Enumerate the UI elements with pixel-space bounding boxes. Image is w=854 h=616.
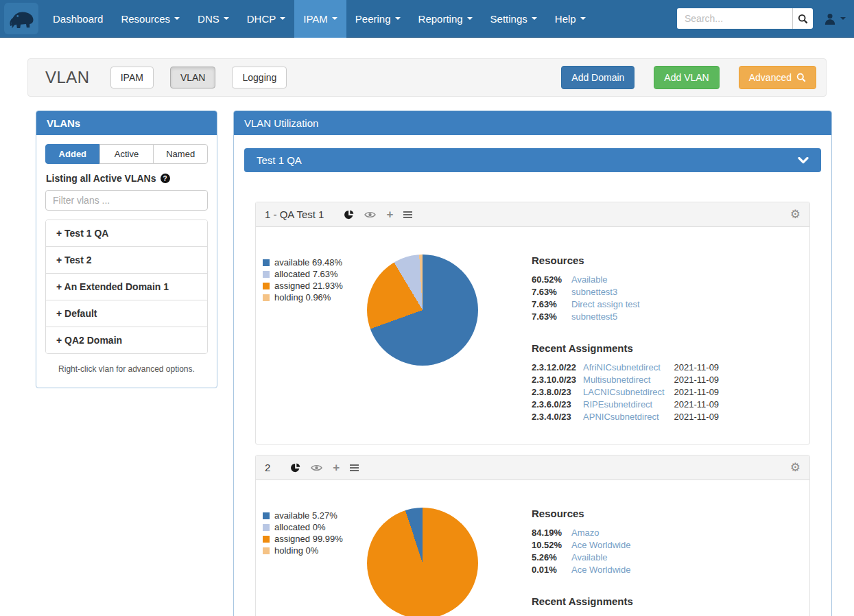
content-row: VLANs AddedActiveNamed Listing all Activ… bbox=[36, 110, 816, 616]
gear-icon[interactable]: ⚙ bbox=[790, 462, 800, 473]
menu-bars-icon[interactable] bbox=[350, 464, 359, 471]
legend-row: holding 0% bbox=[263, 545, 367, 556]
legend-row: allocated 7.63% bbox=[263, 269, 367, 279]
add-vlan-button[interactable]: Add VLAN bbox=[654, 66, 719, 89]
nav-item-label: Settings bbox=[490, 13, 527, 25]
vlan-list-item-test-2[interactable]: + Test 2 bbox=[46, 246, 207, 273]
legend-row: available 5.27% bbox=[263, 510, 367, 521]
legend-label: allocated 0% bbox=[274, 522, 325, 532]
menu-bars-icon[interactable] bbox=[403, 211, 412, 218]
eye-icon[interactable] bbox=[364, 211, 376, 219]
eye-icon[interactable] bbox=[311, 464, 322, 472]
help-icon[interactable]: ? bbox=[161, 174, 170, 183]
assignment-cidr: 2.3.12.0/22 bbox=[532, 362, 583, 374]
assignment-cidr: 2.3.8.0/23 bbox=[532, 386, 583, 399]
nav-item-label: Dashboard bbox=[53, 13, 103, 25]
nav-item-peering[interactable]: Peering bbox=[346, 0, 410, 38]
sidebar-tab-active[interactable]: Active bbox=[99, 144, 154, 164]
assignment-link[interactable]: Multisubnetdirect bbox=[583, 375, 650, 385]
gear-icon[interactable]: ⚙ bbox=[790, 209, 800, 220]
legend-swatch-available bbox=[263, 512, 270, 519]
legend-label: available 5.27% bbox=[274, 510, 337, 521]
box-info: Resources84.19%Amazo10.52%Ace Worldwide5… bbox=[532, 508, 803, 616]
legend-row: assigned 99.99% bbox=[263, 534, 367, 544]
resource-pct: 5.26% bbox=[532, 552, 571, 564]
nav-item-dns[interactable]: DNS bbox=[189, 0, 238, 38]
resource-row: 7.63%Direct assign test bbox=[532, 298, 640, 311]
legend-swatch-assigned bbox=[263, 536, 270, 543]
tab-logging[interactable]: Logging bbox=[232, 67, 287, 88]
nav-item-help[interactable]: Help bbox=[546, 0, 595, 38]
nav-item-label: Resources bbox=[121, 13, 170, 25]
nav-item-resources[interactable]: Resources bbox=[112, 0, 189, 38]
assignment-cidr: 2.3.10.0/23 bbox=[532, 374, 583, 386]
pie-chart-icon[interactable] bbox=[291, 463, 300, 473]
assignment-link[interactable]: RIPEsubnetdirect bbox=[583, 399, 652, 410]
resource-pct: 7.63% bbox=[532, 286, 571, 298]
plus-icon[interactable]: + bbox=[333, 462, 340, 473]
resources-heading: Resources bbox=[532, 508, 803, 519]
nav-item-dashboard[interactable]: Dashboard bbox=[44, 0, 112, 38]
vlan-group-bar[interactable]: Test 1 QA bbox=[244, 148, 821, 172]
sidebar-tab-named[interactable]: Named bbox=[153, 144, 208, 164]
listing-label: Listing all Active VLANs ? bbox=[46, 173, 207, 184]
tab-ipam[interactable]: IPAM bbox=[110, 67, 154, 88]
resource-link[interactable]: Available bbox=[571, 552, 608, 562]
resource-link[interactable]: Amazo bbox=[571, 528, 599, 538]
nav-item-reporting[interactable]: Reporting bbox=[410, 0, 482, 38]
mammoth-logo-icon bbox=[7, 6, 36, 31]
assignment-link[interactable]: APNICsubnetdirect bbox=[583, 412, 659, 422]
assignment-link[interactable]: LACNICsubnetdirect bbox=[583, 387, 665, 397]
box-body: available 5.27%allocated 0%assigned 99.9… bbox=[256, 480, 809, 616]
nav-item-label: DHCP bbox=[247, 13, 276, 25]
resource-row: 7.63%subnettest3 bbox=[532, 286, 640, 298]
box-header: 1 - QA Test 1+⚙ bbox=[256, 202, 809, 227]
page: DashboardResourcesDNSDHCPIPAMPeeringRepo… bbox=[0, 0, 854, 616]
caret-down-icon bbox=[840, 17, 846, 20]
resource-link[interactable]: Available bbox=[571, 274, 608, 285]
assignment-row: 2.3.6.0/23RIPEsubnetdirect2021-11-09 bbox=[532, 399, 719, 411]
assignment-row: 2.3.10.0/23Multisubnetdirect2021-11-09 bbox=[532, 374, 719, 386]
search-icon bbox=[796, 73, 806, 82]
assignment-cidr: 2.3.6.0/23 bbox=[532, 399, 583, 411]
resource-row: 7.63%subnettest5 bbox=[532, 311, 640, 323]
assignment-link[interactable]: AfriNICsubnetdirect bbox=[583, 362, 661, 372]
vlan-filter-input[interactable] bbox=[45, 190, 208, 211]
advanced-button[interactable]: Advanced bbox=[739, 66, 816, 89]
resource-pct: 0.01% bbox=[532, 564, 571, 576]
nav-item-settings[interactable]: Settings bbox=[482, 0, 546, 38]
vlan-list-item-test-1-qa[interactable]: + Test 1 QA bbox=[46, 220, 207, 246]
resource-pct: 84.19% bbox=[532, 527, 571, 539]
search-input[interactable] bbox=[677, 8, 792, 29]
vlan-list-item-qa2-domain[interactable]: + QA2 Domain bbox=[46, 327, 207, 353]
resource-link[interactable]: subnettest5 bbox=[571, 311, 617, 322]
resource-pct: 7.63% bbox=[532, 311, 571, 323]
sidebar-tab-added[interactable]: Added bbox=[45, 144, 100, 164]
search-button[interactable] bbox=[792, 8, 813, 29]
legend-row: assigned 21.93% bbox=[263, 281, 367, 291]
resource-row: 5.26%Available bbox=[532, 552, 630, 564]
chevron-down-icon[interactable] bbox=[798, 157, 809, 164]
resource-link[interactable]: Ace Worldwide bbox=[571, 565, 630, 575]
tab-vlan[interactable]: VLAN bbox=[170, 67, 216, 88]
nav-item-ipam[interactable]: IPAM bbox=[294, 0, 346, 38]
add-domain-button[interactable]: Add Domain bbox=[561, 66, 634, 89]
legend-swatch-allocated bbox=[263, 524, 270, 531]
listing-label-text: Listing all Active VLANs bbox=[46, 173, 156, 184]
nav-item-dhcp[interactable]: DHCP bbox=[238, 0, 295, 38]
resource-pct: 7.63% bbox=[532, 298, 571, 311]
vlan-list-item-an-extended-domain-1[interactable]: + An Extended Domain 1 bbox=[46, 273, 207, 300]
user-menu[interactable] bbox=[824, 13, 846, 25]
plus-icon[interactable]: + bbox=[386, 209, 393, 220]
legend-row: available 69.48% bbox=[263, 257, 367, 268]
vlan-list-item-default[interactable]: + Default bbox=[46, 300, 207, 327]
caret-down-icon bbox=[580, 17, 586, 20]
resource-link[interactable]: Ace Worldwide bbox=[571, 540, 630, 550]
resource-link[interactable]: subnettest3 bbox=[571, 287, 617, 297]
vlan-utilization-panel: VLAN Utilization Test 1 QA 1 - QA Test 1… bbox=[233, 110, 832, 616]
pie-chart-icon[interactable] bbox=[344, 210, 354, 220]
brand-logo[interactable] bbox=[4, 3, 38, 34]
resource-link[interactable]: Direct assign test bbox=[571, 299, 640, 309]
caret-down-icon bbox=[332, 17, 337, 20]
utilization-box-2: 2+⚙available 5.27%allocated 0%assigned 9… bbox=[255, 455, 810, 616]
